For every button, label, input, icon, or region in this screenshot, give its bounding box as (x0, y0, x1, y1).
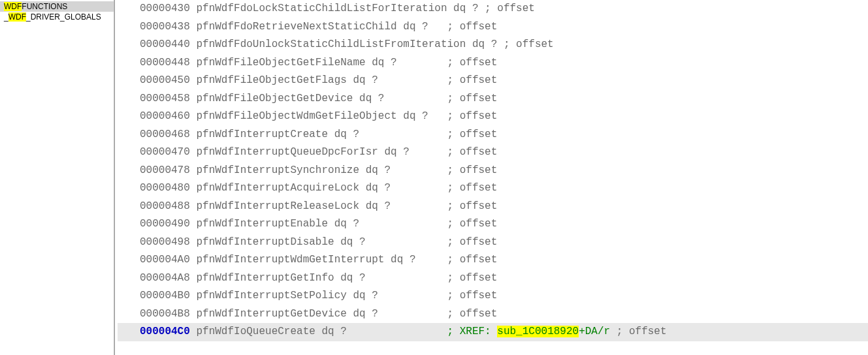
sidebar-highlight: WDF (8, 12, 26, 22)
offset: 000004A8 (140, 272, 190, 284)
code-line[interactable]: 00000460 pfnWdfFileObjectWdmGetFileObjec… (118, 108, 868, 126)
offset: 00000478 (140, 164, 190, 176)
comment: ; offset (447, 200, 498, 212)
code-line[interactable]: 00000450 pfnWdfFileObjectGetFlags dq ? ;… (118, 72, 868, 90)
code-line[interactable]: 000004A8 pfnWdfInterruptGetInfo dq ? ; o… (118, 270, 868, 288)
code-line[interactable]: 00000498 pfnWdfInterruptDisable dq ? ; o… (118, 234, 868, 252)
comment: ; offset (447, 308, 498, 320)
offset: 00000480 (140, 182, 190, 194)
symbol: pfnWdfIoQueueCreate dq ? (196, 326, 346, 337)
comment: ; offset (447, 146, 497, 158)
symbol: pfnWdfInterruptReleaseLock dq ? (196, 200, 391, 212)
symbol: pfnWdfInterruptSetPolicy dq ? (196, 290, 378, 301)
padding (391, 182, 447, 194)
comment: ; offset (447, 182, 498, 194)
comment: ; offset (447, 272, 498, 284)
sidebar-item-wdf-driver-globals[interactable]: _WDF_DRIVER_GLOBALS (0, 12, 114, 22)
symbol: pfnWdfInterruptGetInfo dq ? (196, 272, 365, 284)
padding (391, 200, 447, 212)
offset: 000004B8 (140, 308, 190, 320)
symbol: pfnWdfInterruptAcquireLock dq ? (196, 182, 391, 194)
code-line-xref[interactable]: 000004C0 pfnWdfIoQueueCreate dq ? ; XREF… (118, 323, 868, 341)
symbol: pfnWdfInterruptQueueDpcForIsr dq ? (196, 146, 409, 158)
comment: ; offset (447, 74, 498, 86)
padding (391, 164, 447, 176)
code-line[interactable]: 000004B0 pfnWdfInterruptSetPolicy dq ? ;… (118, 287, 868, 305)
comment: ; offset (447, 290, 498, 301)
symbol: pfnWdfFdoUnlockStaticChildListFromIterat… (196, 39, 553, 50)
padding (428, 110, 447, 122)
symbol: pfnWdfFileObjectWdmGetFileObject dq ? (196, 110, 428, 122)
symbol: pfnWdfInterruptWdmGetInterrupt dq ? (196, 254, 415, 266)
offset: 00000470 (140, 146, 190, 158)
comment: ; offset (447, 236, 498, 248)
comment: ; offset (447, 129, 497, 140)
offset: 000004A0 (140, 254, 190, 266)
comment: ; offset (447, 110, 498, 122)
comment: ; offset (447, 218, 497, 230)
padding (384, 93, 447, 104)
comment: ; offset (447, 57, 497, 69)
code-line[interactable]: 000004A0 pfnWdfInterruptWdmGetInterrupt … (118, 251, 868, 270)
symbol: pfnWdfFdoLockStaticChildListForIteration… (196, 3, 534, 14)
comment: ; offset (447, 93, 497, 104)
padding (378, 74, 447, 86)
offset: 00000440 (140, 39, 190, 50)
comment: ; offset (447, 254, 498, 266)
code-line[interactable]: 00000458 pfnWdfFileObjectGetDevice dq ? … (118, 90, 868, 108)
symbol: pfnWdfFdoRetrieveNextStaticChild dq ? (196, 21, 428, 33)
padding (347, 326, 447, 337)
code-line[interactable]: 00000470 pfnWdfInterruptQueueDpcForIsr d… (118, 144, 868, 162)
code-line[interactable]: 00000478 pfnWdfInterruptSynchronize dq ?… (118, 162, 868, 180)
code-line[interactable]: 00000490 pfnWdfInterruptEnable dq ? ; of… (118, 215, 868, 234)
code-line[interactable]: 00000430 pfnWdfFdoLockStaticChildListFor… (118, 0, 868, 18)
xref-label: ; XREF: (447, 326, 490, 337)
disassembly-view[interactable]: 00000430 pfnWdfFdoLockStaticChildListFor… (114, 0, 868, 355)
code-line[interactable]: 00000440 pfnWdfFdoUnlockStaticChildListF… (118, 36, 868, 54)
offset: 000004C0 (140, 326, 190, 337)
offset: 00000488 (140, 200, 190, 212)
sidebar-prefix: _ (4, 12, 8, 22)
offset: 00000498 (140, 236, 190, 248)
offset: 00000438 (140, 21, 190, 33)
sidebar-highlight: WDF (4, 2, 22, 11)
symbol-sidebar[interactable]: WDFFUNCTIONS _WDF_DRIVER_GLOBALS (0, 0, 114, 355)
symbol: pfnWdfFileObjectGetFileName dq ? (196, 57, 396, 69)
symbol: pfnWdfInterruptSynchronize dq ? (196, 164, 391, 176)
code-line[interactable]: 000004B8 pfnWdfInterruptGetDevice dq ? ;… (118, 305, 868, 324)
offset: 00000468 (140, 129, 190, 140)
symbol: pfnWdfInterruptCreate dq ? (196, 129, 359, 140)
offset: 00000430 (140, 3, 190, 14)
code-line[interactable]: 00000448 pfnWdfFileObjectGetFileName dq … (118, 54, 868, 72)
padding (359, 129, 447, 140)
xref-suffix: +DA/r (579, 326, 610, 337)
padding (428, 21, 447, 33)
sidebar-item-label: _DRIVER_GLOBALS (26, 12, 101, 22)
padding (359, 218, 447, 230)
padding (410, 146, 447, 158)
symbol: pfnWdfFileObjectGetFlags dq ? (196, 74, 378, 86)
code-line[interactable]: 00000468 pfnWdfInterruptCreate dq ? ; of… (118, 126, 868, 144)
padding (415, 254, 447, 266)
padding (378, 308, 447, 320)
sidebar-item-label: FUNCTIONS (22, 2, 67, 11)
offset: 00000490 (140, 218, 190, 230)
symbol: pfnWdfInterruptGetDevice dq ? (196, 308, 378, 320)
symbol: pfnWdfInterruptDisable dq ? (196, 236, 365, 248)
code-line[interactable]: 00000438 pfnWdfFdoRetrieveNextStaticChil… (118, 18, 868, 37)
symbol: pfnWdfFileObjectGetDevice dq ? (196, 93, 384, 104)
sidebar-item-wdffunctions[interactable]: WDFFUNCTIONS (0, 1, 114, 12)
offset: 00000450 (140, 74, 190, 86)
offset: 000004B0 (140, 290, 190, 301)
xref-sub[interactable]: sub_1C0018920 (497, 326, 579, 337)
padding (397, 57, 447, 69)
offset: 00000458 (140, 93, 190, 104)
padding (378, 290, 447, 301)
comment: ; offset (447, 164, 498, 176)
padding (366, 272, 447, 284)
code-line[interactable]: 00000488 pfnWdfInterruptReleaseLock dq ?… (118, 198, 868, 216)
code-line[interactable]: 00000480 pfnWdfInterruptAcquireLock dq ?… (118, 179, 868, 198)
offset: 00000448 (140, 57, 190, 69)
comment: ; offset (447, 21, 498, 33)
offset: 00000460 (140, 110, 190, 122)
